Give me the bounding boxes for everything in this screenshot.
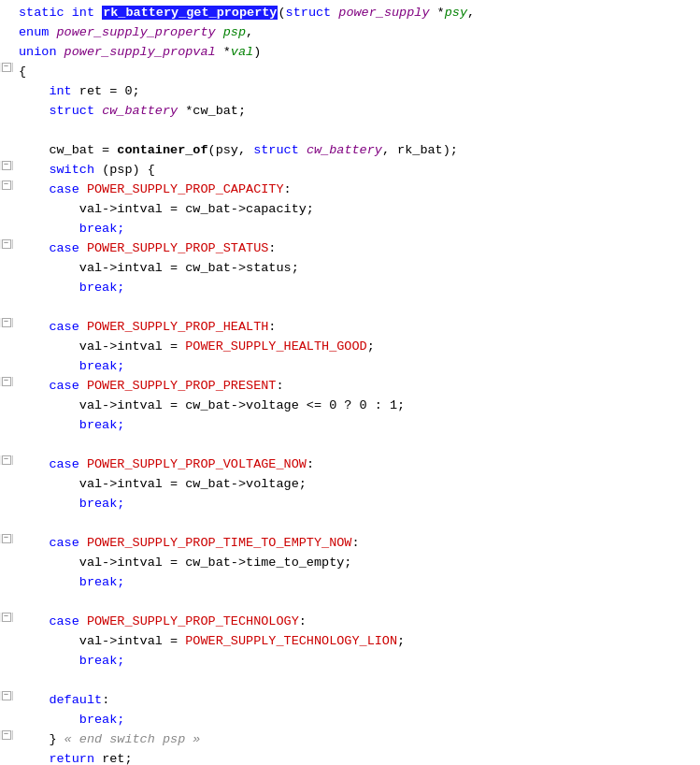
- code-line: val->intval = cw_bat->time_to_empty;: [0, 554, 700, 573]
- code-line: − case POWER_SUPPLY_PROP_HEALTH:: [0, 318, 700, 338]
- code-token: POWER_SUPPLY_PROP_TECHNOLOGY: [87, 614, 299, 628]
- code-token: }: [19, 732, 64, 746]
- gutter-cell: −: [0, 63, 13, 72]
- code-token: POWER_SUPPLY_PROP_PRESENT: [87, 379, 277, 393]
- code-token: static: [19, 6, 72, 20]
- code-line: val->intval = cw_bat->voltage;: [0, 475, 700, 495]
- code-token: break;: [19, 418, 124, 432]
- code-content: [19, 436, 700, 455]
- code-line: val->intval = cw_bat->status;: [0, 259, 700, 279]
- code-token: ret: [79, 84, 102, 98]
- code-line: − switch (psp) {: [0, 161, 700, 180]
- code-content: break;: [19, 357, 700, 377]
- code-token: return: [19, 752, 102, 765]
- code-token: (psp) {: [102, 163, 155, 177]
- fold-icon[interactable]: −: [2, 613, 11, 622]
- code-token: *: [178, 104, 193, 118]
- code-content: val->intval = cw_bat->voltage;: [19, 475, 700, 495]
- fold-icon[interactable]: −: [2, 239, 11, 249]
- fold-icon[interactable]: −: [2, 730, 11, 740]
- code-token: switch: [19, 163, 102, 177]
- code-line: − case POWER_SUPPLY_PROP_CAPACITY:: [0, 180, 700, 200]
- code-token: cw_bat =: [19, 143, 117, 157]
- code-line: val->intval = cw_bat->capacity;: [0, 200, 700, 220]
- code-line: val->intval = POWER_SUPPLY_HEALTH_GOOD;: [0, 338, 700, 357]
- code-content: case POWER_SUPPLY_PROP_TIME_TO_EMPTY_NOW…: [19, 534, 700, 554]
- code-line: − case POWER_SUPPLY_PROP_VOLTAGE_NOW:: [0, 455, 700, 475]
- code-line: [0, 436, 700, 455]
- code-token: POWER_SUPPLY_PROP_VOLTAGE_NOW: [87, 457, 307, 471]
- code-token: case: [19, 457, 87, 471]
- fold-icon[interactable]: −: [2, 180, 11, 190]
- code-content: case POWER_SUPPLY_PROP_VOLTAGE_NOW:: [19, 455, 700, 475]
- code-token: ;: [397, 634, 405, 648]
- code-token: break;: [19, 359, 124, 373]
- code-content: [19, 593, 700, 613]
- fold-icon[interactable]: −: [2, 455, 11, 465]
- code-token: :: [268, 320, 276, 334]
- code-content: break;: [19, 711, 700, 730]
- code-token: val->intval =: [19, 634, 185, 648]
- code-token: break;: [19, 713, 124, 727]
- code-line: − case POWER_SUPPLY_PROP_TIME_TO_EMPTY_N…: [0, 534, 700, 554]
- code-content: [19, 298, 700, 318]
- code-token: POWER_SUPPLY_HEALTH_GOOD: [185, 339, 366, 354]
- code-token: val->intval =: [19, 339, 185, 354]
- code-token: val->intval = cw_bat->voltage;: [19, 477, 307, 491]
- code-token: case: [19, 379, 87, 393]
- code-content: case POWER_SUPPLY_PROP_TECHNOLOGY:: [19, 613, 700, 632]
- code-token: val->intval = cw_bat->capacity;: [19, 202, 314, 216]
- code-content: switch (psp) {: [19, 161, 700, 180]
- code-content: enum power_supply_property psp,: [19, 23, 700, 43]
- code-token: (: [278, 6, 285, 20]
- fold-icon[interactable]: −: [2, 161, 11, 170]
- code-content: val->intval = cw_bat->capacity;: [19, 200, 700, 220]
- code-content: break;: [19, 652, 700, 671]
- code-line: [0, 298, 700, 318]
- code-token: ret;: [102, 752, 132, 765]
- code-line: − default:: [0, 691, 700, 711]
- fold-icon[interactable]: −: [2, 377, 11, 386]
- code-content: break;: [19, 495, 700, 514]
- code-token: ,: [467, 6, 475, 20]
- code-token: ,: [246, 25, 253, 39]
- code-line: − } « end switch psp »: [0, 730, 700, 750]
- code-line: return ret;: [0, 750, 700, 765]
- code-token: POWER_SUPPLY_PROP_TIME_TO_EMPTY_NOW: [87, 536, 352, 550]
- code-content: val->intval = cw_bat->time_to_empty;: [19, 554, 700, 573]
- code-token: case: [19, 320, 87, 334]
- code-token: cw_battery: [102, 104, 178, 118]
- code-content: val->intval = cw_bat->status;: [19, 259, 700, 279]
- code-line: break;: [0, 711, 700, 730]
- code-token: break;: [19, 497, 124, 511]
- code-token: rk_battery_get_property: [102, 6, 278, 20]
- code-line: struct cw_battery *cw_bat;: [0, 102, 700, 122]
- code-token: ;: [238, 104, 246, 118]
- code-content: {: [19, 63, 700, 82]
- code-line: [0, 514, 700, 534]
- code-content: case POWER_SUPPLY_PROP_STATUS:: [19, 239, 700, 259]
- code-token: psy: [445, 6, 467, 20]
- code-token: , rk_bat);: [382, 143, 458, 157]
- code-content: union power_supply_propval *val): [19, 43, 700, 63]
- code-token: :: [299, 614, 307, 628]
- code-content: [19, 514, 700, 534]
- code-token: struct: [286, 6, 339, 20]
- code-token: case: [19, 536, 87, 550]
- code-line: break;: [0, 357, 700, 377]
- code-token: POWER_SUPPLY_TECHNOLOGY_LION: [185, 634, 397, 648]
- code-token: val->intval = cw_bat->time_to_empty;: [19, 556, 351, 570]
- code-line: [0, 671, 700, 691]
- fold-icon[interactable]: −: [2, 691, 11, 700]
- fold-icon[interactable]: −: [2, 534, 11, 543]
- fold-icon[interactable]: −: [2, 318, 11, 327]
- fold-icon[interactable]: −: [2, 63, 11, 72]
- code-content: break;: [19, 279, 700, 298]
- code-token: val: [231, 45, 253, 59]
- code-token: power_supply: [338, 6, 429, 20]
- code-line: break;: [0, 652, 700, 671]
- code-line: val->intval = cw_bat->voltage <= 0 ? 0 :…: [0, 397, 700, 416]
- code-content: case POWER_SUPPLY_PROP_CAPACITY:: [19, 180, 700, 200]
- code-token: val->intval = cw_bat->status;: [19, 261, 299, 275]
- code-token: POWER_SUPPLY_PROP_STATUS: [87, 241, 268, 255]
